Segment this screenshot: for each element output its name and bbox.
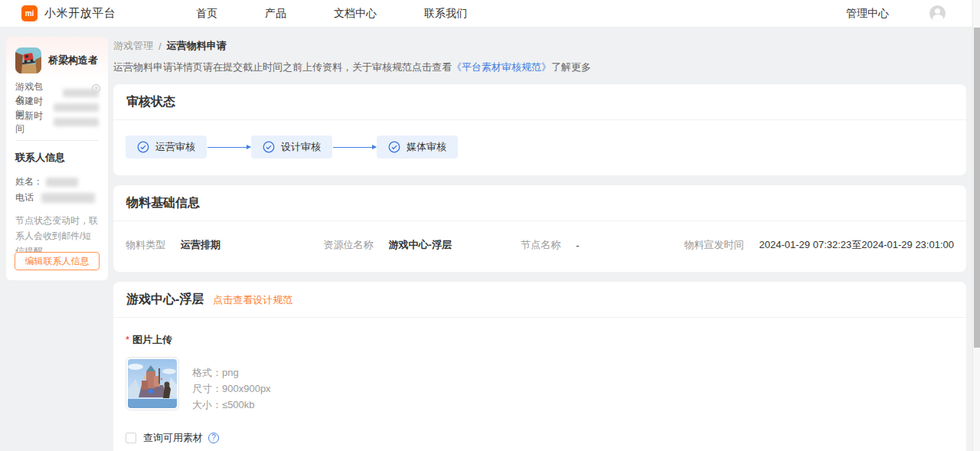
field-value: 2024-01-29 07:32:23至2024-01-29 23:01:00 (760, 238, 954, 252)
uploaded-image-thumbnail[interactable] (126, 357, 179, 410)
check-circle-icon (263, 141, 275, 153)
spec-size: 尺寸：900x900px (192, 381, 271, 397)
material-info-card: 物料基础信息 物料类型 运营排期 资源位名称 游戏中心-浮层 节点名称 - 物料… (113, 185, 966, 272)
field-label: 物料类型 (126, 238, 165, 252)
scrollbar-thumb[interactable] (974, 28, 980, 348)
field-resource-name: 资源位名称 游戏中心-浮层 (324, 238, 521, 252)
upload-specs: 格式：png 尺寸：900x900px 大小：≤500kb (192, 357, 271, 413)
contact-name-label: 姓名： (15, 175, 43, 188)
navbar-right: 管理中心 (846, 5, 972, 21)
step-media-audit: 媒体审核 (377, 136, 458, 159)
game-app-icon (15, 47, 41, 74)
resource-header: 游戏中心-浮层 点击查看设计规范 (113, 282, 966, 318)
mi-logo-icon: mi (21, 5, 38, 21)
admin-center-link[interactable]: 管理中心 (846, 7, 889, 21)
step-operation-audit: 运营审核 (126, 136, 207, 159)
updated-time-label: 更新时间 (15, 109, 51, 136)
nav-item-products[interactable]: 产品 (252, 7, 299, 21)
breadcrumb-separator: / (158, 41, 162, 52)
step-label: 设计审核 (281, 140, 321, 154)
audit-steps: 运营审核 设计审核 媒体审核 (113, 120, 966, 175)
breadcrumb-current: 运营物料申请 (167, 39, 227, 53)
created-time-redacted (54, 103, 99, 112)
field-value: 运营排期 (181, 238, 220, 252)
contact-phone-redacted (41, 193, 95, 203)
field-label: 物料宣发时间 (684, 238, 744, 252)
field-value: - (576, 240, 579, 251)
contact-phone-label: 电话 (15, 191, 34, 204)
resource-upload-card: 游戏中心-浮层 点击查看设计规范 *图片上传 (113, 282, 966, 451)
breadcrumb: 游戏管理 / 运营物料申请 (113, 28, 966, 53)
step-label: 运营审核 (155, 140, 195, 154)
field-value: 游戏中心-浮层 (389, 238, 452, 252)
top-navbar: mi 小米开放平台 首页 产品 文档中心 联系我们 管理中心 (0, 0, 972, 28)
updated-time-redacted (54, 118, 99, 126)
upload-label-text: 图片上传 (132, 334, 172, 345)
scrollbar-track (972, 0, 980, 451)
breadcrumb-game-management[interactable]: 游戏管理 (113, 39, 153, 53)
package-name-redacted (63, 89, 99, 97)
upload-section: *图片上传 (113, 318, 966, 451)
check-circle-icon (137, 141, 149, 153)
step-arrow (207, 147, 250, 148)
page-description: 运营物料申请详情页请在提交截止时间之前上传资料，关于审核规范点击查看《平台素材审… (113, 60, 966, 74)
field-publish-time: 物料宣发时间 2024-01-29 07:32:23至2024-01-29 23… (684, 238, 954, 252)
field-label: 资源位名称 (324, 238, 374, 252)
nav-item-home[interactable]: 首页 (183, 7, 230, 21)
spec-format: 格式：png (192, 364, 271, 381)
contact-name-redacted (46, 178, 78, 187)
game-title: 桥梁构造者 (48, 54, 98, 67)
brand-name: 小米开放平台 (44, 6, 116, 21)
main-content: 游戏管理 / 运营物料申请 运营物料申请详情页请在提交截止时间之前上传资料，关于… (113, 28, 966, 451)
resource-title: 游戏中心-浮层 (126, 292, 204, 308)
query-material-label[interactable]: 查询可用素材 (143, 431, 203, 445)
question-circle-icon[interactable]: ? (208, 433, 219, 443)
field-material-type: 物料类型 运营排期 (126, 238, 324, 252)
nav-item-docs[interactable]: 文档中心 (321, 7, 390, 21)
audit-spec-link[interactable]: 《平台素材审核规范》 (452, 61, 551, 73)
available-material-row: 查询可用素材 ? (126, 431, 954, 451)
nav-item-contact[interactable]: 联系我们 (411, 7, 480, 21)
description-text-before: 运营物料申请详情页请在提交截止时间之前上传资料，关于审核规范点击查看 (113, 61, 452, 73)
check-circle-icon (388, 141, 400, 153)
step-design-audit: 设计审核 (251, 136, 332, 159)
user-avatar[interactable] (929, 5, 946, 21)
main-nav: 首页 产品 文档中心 联系我们 (183, 7, 501, 21)
query-material-checkbox[interactable] (126, 433, 136, 443)
required-mark: * (126, 334, 129, 345)
upload-field-label: *图片上传 (126, 333, 954, 347)
material-info-fields: 物料类型 运营排期 资源位名称 游戏中心-浮层 节点名称 - 物料宣发时间 20… (113, 221, 966, 272)
spec-filesize: 大小：≤500kb (192, 397, 271, 413)
material-info-title: 物料基础信息 (126, 195, 200, 211)
brand-logo[interactable]: mi 小米开放平台 (21, 5, 116, 21)
game-info-sidebar: 桥梁构造者 ? 游戏包名： 创建时间 更新时间 联系人信息 姓名： 电话 节点状… (6, 37, 108, 280)
contact-info-heading: 联系人信息 (15, 151, 99, 165)
step-label: 媒体审核 (407, 140, 446, 154)
step-arrow (333, 147, 376, 148)
edit-contact-button[interactable]: 编辑联系人信息 (15, 252, 100, 270)
field-node-name: 节点名称 - (521, 238, 684, 252)
game-meta-fields: ? 游戏包名： 创建时间 更新时间 (15, 86, 99, 129)
audit-status-header: 审核状态 (113, 84, 966, 120)
audit-status-card: 审核状态 运营审核 设计审核 (113, 84, 966, 175)
description-text-after: 了解更多 (551, 61, 591, 73)
uploaded-image (128, 359, 177, 408)
field-label: 节点名称 (521, 238, 560, 252)
audit-status-title: 审核状态 (126, 94, 175, 110)
design-spec-link[interactable]: 点击查看设计规范 (213, 293, 292, 307)
material-info-header: 物料基础信息 (113, 185, 966, 221)
sidebar-divider (15, 140, 99, 141)
